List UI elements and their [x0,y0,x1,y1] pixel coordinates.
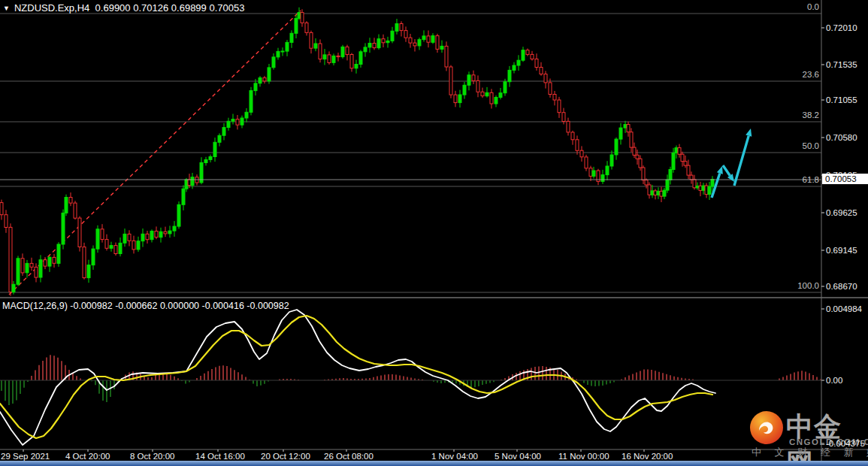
candlestick [101,229,104,240]
candlestick [544,74,547,83]
candlestick [391,31,394,41]
candlestick [404,31,407,38]
candlestick [222,128,225,136]
candlestick [96,229,99,249]
macd-value-1: -0.000982 [70,301,112,311]
candlestick [164,231,167,234]
candlestick [681,154,684,161]
candlestick [146,234,149,239]
candlestick [490,92,493,104]
candlestick [105,240,108,249]
candlestick [422,36,425,40]
chevron-down-icon[interactable]: ▼ [3,5,10,12]
candlestick [633,147,636,155]
candlestick [12,284,15,292]
candlestick [436,36,439,50]
candlestick [645,180,648,185]
candlestick [39,260,42,277]
candlestick [341,47,344,56]
candlestick [606,166,609,175]
ohlc-low: 0.69899 [171,2,207,14]
price-axis-label: 0.72010 [826,23,857,32]
chart-canvas[interactable] [0,0,868,466]
candlestick [540,68,543,74]
candlestick [624,125,627,129]
candlestick [78,218,81,247]
candlestick [660,191,663,196]
candlestick [21,259,24,273]
candlestick [364,47,367,52]
candlestick [301,13,304,23]
candlestick [702,186,705,190]
candlestick [191,177,194,186]
candlestick [576,140,579,151]
candlestick [684,162,687,165]
candlestick [481,92,484,95]
candlestick [0,203,3,215]
candlestick [137,241,140,250]
cngold-logo-icon [749,410,785,446]
candlestick [672,153,675,169]
candlestick [580,150,583,157]
candlestick [48,257,51,266]
fib-level-label: 50.0 [759,141,819,150]
candlestick [571,132,574,140]
candlestick [368,44,371,47]
candlestick [494,98,498,104]
candlestick [44,260,47,266]
candlestick [53,257,56,263]
candlestick [476,80,479,92]
price-axis-label: -0.004375 [826,439,865,448]
candlestick [636,155,639,159]
candlestick [535,59,538,68]
candlestick [359,52,362,65]
candlestick [150,231,153,240]
candlestick [711,180,714,187]
candlestick [337,56,340,56]
time-axis-label: 11 Nov 00:00 [558,452,609,461]
candlestick [669,170,672,180]
candlestick [62,213,65,244]
candlestick [386,41,389,42]
candlestick [585,157,588,168]
candlestick [74,203,77,218]
candlestick [675,148,678,153]
macd-indicator-label: MACD(12,26,9) -0.000982 -0.000662 0.0000… [2,301,289,311]
candlestick [17,259,20,285]
candlestick [651,191,654,195]
fib-level-label: 100.0 [759,281,819,290]
candlestick [592,171,595,176]
candlestick [654,191,657,195]
candlestick [240,118,243,125]
fib-level-label: 61.8 [759,175,819,184]
candlestick [213,142,216,156]
forecast-arrow[interactable] [723,165,730,176]
candlestick [678,148,681,155]
current-price-tag: 0.70053 [822,174,868,184]
candlestick [526,50,529,55]
candlestick [663,190,666,196]
candlestick [114,246,117,254]
symbol-name: NZDUSD.Exp,H4 [14,2,89,14]
forecast-arrow-head [746,129,752,137]
candlestick [418,40,421,46]
candlestick [666,180,669,190]
candlestick [173,226,176,231]
macd-name: MACD(12,26,9) [2,301,68,311]
ohlc-close: 0.70053 [209,2,244,14]
candlestick [227,121,230,127]
candlestick [558,100,561,113]
candlestick [562,113,565,122]
candlestick [693,180,696,188]
candlestick [9,227,12,292]
forecast-arrow[interactable] [734,136,749,186]
candlestick [177,204,180,226]
candlestick [567,121,570,132]
candlestick [188,180,191,186]
candlestick [185,180,188,189]
candlestick [69,198,72,204]
candlestick [699,186,702,190]
time-axis-label: 4 Oct 20:00 [65,452,110,461]
candlestick [281,51,284,52]
candlestick [346,47,349,54]
